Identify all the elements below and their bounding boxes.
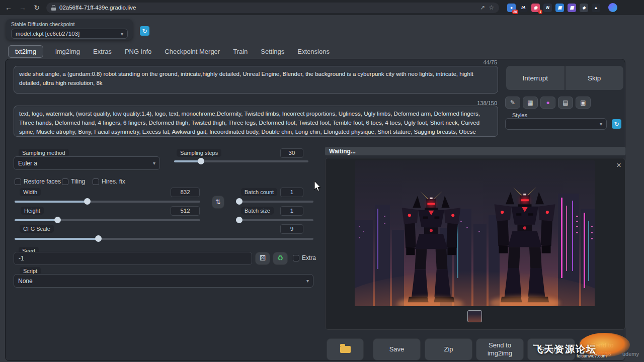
cfg-scale-label: CFG Scale — [20, 225, 54, 233]
chevron-down-icon: ▾ — [600, 121, 602, 127]
width-label: Width — [20, 188, 41, 196]
refresh-styles-button[interactable]: ↻ — [612, 119, 621, 129]
extension-icon-8[interactable]: ▲ — [592, 4, 600, 12]
prompt-token-counter: 44/75 — [461, 59, 497, 65]
extra-seed-label: Extra — [302, 254, 316, 261]
styles-dropdown[interactable]: ▾ — [505, 118, 607, 130]
batch-size-slider[interactable] — [236, 217, 313, 223]
tab-img2img[interactable]: img2img — [54, 46, 81, 57]
hires-fix-label: Hires. fix — [102, 178, 125, 185]
interrupt-button[interactable]: Interrupt — [506, 66, 565, 90]
tab-train[interactable]: Train — [232, 46, 249, 57]
cfg-scale-slider[interactable] — [15, 235, 313, 242]
open-folder-button[interactable] — [327, 338, 364, 360]
extension-icon-7[interactable]: ◆ — [580, 4, 588, 12]
folder-icon — [340, 346, 351, 353]
close-icon[interactable]: × — [616, 161, 621, 169]
checkpoint-dropdown[interactable]: model.ckpt [cc6cb27103] ▾ — [11, 29, 128, 39]
extension-icon-4[interactable]: N — [543, 4, 552, 12]
checkpoint-label: Stable Diffusion checkpoint — [11, 21, 128, 27]
sampling-steps-value[interactable]: 30 — [280, 148, 303, 158]
tab-txt2img[interactable]: txt2img — [8, 45, 43, 58]
watermark-site-text: feitianwu7.com — [577, 353, 607, 358]
url-bar[interactable]: 02a56ff4-71ff-439e.gradio.live ↗ ☆ — [46, 3, 499, 13]
tab-settings[interactable]: Settings — [260, 46, 285, 57]
restore-faces-label: Restore faces — [24, 178, 61, 185]
output-image[interactable] — [355, 160, 595, 306]
sampling-method-label: Sampling method — [19, 149, 69, 157]
main-tabs: txt2img img2img Extras PNG Info Checkpoi… — [8, 45, 331, 58]
batch-size-value[interactable]: 1 — [280, 206, 303, 216]
send-to-img2img-button[interactable]: Send to img2img — [476, 338, 524, 360]
checkpoint-value: model.ckpt [cc6cb27103] — [16, 31, 79, 37]
extension-glyph: ◆ — [582, 5, 586, 10]
browser-toolbar: ← → ↻ 02a56ff4-71ff-439e.gradio.live ↗ ☆… — [0, 0, 644, 15]
extension-glyph: IA — [521, 5, 526, 10]
prompt-input[interactable]: wide shot angle, a (gundam:0.8) robot st… — [14, 66, 498, 94]
checkpoint-block: Stable Diffusion checkpoint model.ckpt [… — [6, 19, 133, 40]
extra-seed-checkbox[interactable] — [293, 255, 299, 261]
extension-glyph: ◉ — [534, 5, 537, 10]
batch-count-label: Batch count — [241, 188, 277, 196]
negative-prompt-input[interactable]: text, logo, watermark, (worst quality, l… — [14, 106, 498, 137]
gundam-cyberpunk-image — [355, 160, 595, 306]
txt2img-panel: 44/75 wide shot angle, a (gundam:0.8) ro… — [5, 59, 625, 361]
height-value[interactable]: 512 — [171, 206, 200, 216]
extension-glyph: ▣ — [557, 5, 561, 10]
skip-button[interactable]: Skip — [566, 66, 624, 90]
reload-icon[interactable]: ↻ — [32, 4, 41, 12]
refresh-checkpoint-button[interactable]: ↻ — [140, 26, 149, 36]
width-slider[interactable] — [15, 198, 200, 205]
tab-extensions[interactable]: Extensions — [296, 46, 331, 57]
prompt-tool-buttons: ✎ ▦ ● ▤ ▣ — [505, 97, 591, 109]
extra-networks-button[interactable]: ● — [540, 97, 555, 109]
forward-icon[interactable]: → — [18, 4, 27, 12]
extension-badge: 20 — [512, 10, 518, 14]
extension-icon-2[interactable]: IA — [519, 4, 528, 12]
output-gallery: × — [325, 158, 625, 330]
chevron-down-icon: ▾ — [121, 31, 123, 37]
profile-avatar[interactable] — [608, 3, 617, 12]
random-seed-dice-button[interactable]: ⚄ — [255, 252, 270, 265]
save-style-button[interactable]: ▣ — [576, 97, 591, 109]
tiling-checkbox[interactable] — [62, 178, 68, 185]
tab-png-info[interactable]: PNG Info — [124, 46, 152, 57]
cfg-scale-value[interactable]: 9 — [280, 224, 303, 234]
mouse-cursor — [314, 181, 322, 192]
sampling-method-dropdown[interactable]: Euler a ▾ — [14, 156, 160, 170]
save-button[interactable]: Save — [373, 338, 421, 360]
bookmark-star-icon[interactable]: ☆ — [489, 4, 494, 11]
extension-glyph: ● — [510, 5, 513, 10]
extension-icon-1[interactable]: ●20 — [507, 4, 516, 12]
sampling-steps-slider[interactable] — [174, 158, 308, 164]
back-icon[interactable]: ← — [4, 4, 13, 12]
swap-dimensions-button[interactable]: ⇅ — [212, 196, 224, 209]
progress-status: Waiting... — [325, 147, 625, 155]
zip-button[interactable]: Zip — [425, 338, 472, 360]
extension-badge: 1 — [538, 10, 542, 14]
batch-count-slider[interactable] — [236, 198, 313, 205]
tab-checkpoint-merger[interactable]: Checkpoint Merger — [164, 46, 221, 57]
seed-input[interactable]: -1 — [14, 252, 252, 265]
extension-icon-5[interactable]: ▣ — [555, 4, 564, 12]
script-dropdown[interactable]: None ▾ — [14, 274, 313, 288]
extension-icon-6[interactable]: ▦ — [568, 4, 576, 12]
paste-params-button[interactable]: ✎ — [505, 97, 520, 109]
reuse-seed-recycle-button[interactable]: ♻ — [273, 252, 288, 265]
width-value[interactable]: 832 — [171, 188, 200, 197]
run-buttons: Interrupt Skip — [506, 66, 623, 90]
chevron-down-icon: ▾ — [153, 160, 155, 166]
tiling-label: Tiling — [71, 178, 85, 185]
height-slider[interactable] — [15, 217, 200, 223]
batch-count-value[interactable]: 1 — [280, 188, 303, 197]
extension-glyph: ▲ — [594, 5, 598, 10]
restore-faces-checkbox[interactable] — [15, 178, 21, 185]
tab-extras[interactable]: Extras — [92, 46, 113, 57]
apply-style-button[interactable]: ▤ — [558, 97, 573, 109]
share-icon[interactable]: ↗ — [480, 4, 485, 11]
clear-prompt-button[interactable]: ▦ — [523, 97, 538, 109]
extension-icon-3[interactable]: ◉1 — [531, 4, 540, 12]
hires-fix-checkbox[interactable] — [93, 178, 99, 185]
height-label: Height — [21, 207, 44, 215]
gallery-thumbnail[interactable] — [467, 310, 482, 322]
